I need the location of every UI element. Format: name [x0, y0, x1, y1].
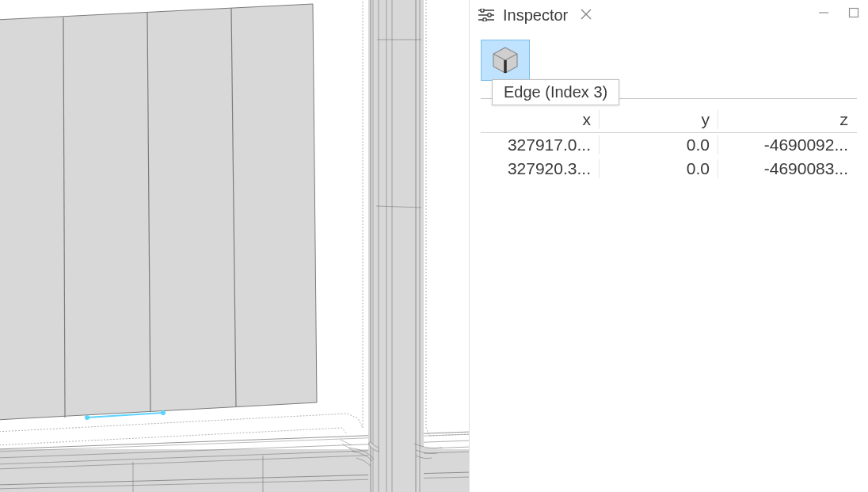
cell-y: 0.0: [600, 159, 718, 178]
table-row[interactable]: 327917.0... 0.0 -4690092...: [481, 133, 857, 157]
svg-point-6: [85, 415, 89, 420]
svg-rect-39: [850, 9, 858, 17]
svg-point-31: [481, 9, 484, 12]
maximize-icon[interactable]: [844, 3, 863, 22]
close-panel-icon[interactable]: [581, 8, 592, 22]
3d-viewport[interactable]: [0, 0, 469, 492]
coordinates-table: x y z 327917.0... 0.0 -4690092... 327920…: [481, 110, 857, 181]
column-header-y: y: [600, 110, 718, 129]
cell-z: -4690092...: [718, 135, 853, 154]
minimize-icon[interactable]: [814, 3, 833, 22]
column-header-z: z: [718, 110, 853, 129]
svg-point-7: [161, 410, 166, 415]
cell-z: -4690083...: [718, 159, 853, 178]
cell-x: 327920.3...: [481, 159, 600, 178]
svg-point-35: [483, 18, 486, 21]
svg-marker-16: [368, 0, 424, 492]
tooltip: Edge (Index 3): [492, 79, 619, 105]
table-header-row: x y z: [481, 110, 857, 133]
inspector-panel: Inspector: [469, 0, 868, 492]
svg-marker-1: [0, 4, 317, 420]
cell-x: 327917.0...: [481, 135, 600, 154]
cell-y: 0.0: [600, 135, 718, 154]
table-row[interactable]: 327920.3... 0.0 -4690083...: [481, 157, 857, 181]
column-header-x: x: [481, 110, 600, 129]
panel-titlebar: Inspector: [470, 0, 868, 30]
svg-point-33: [488, 13, 491, 17]
panel-title: Inspector: [503, 6, 568, 25]
object-edge-button[interactable]: [481, 40, 530, 81]
sliders-icon[interactable]: [478, 6, 495, 24]
